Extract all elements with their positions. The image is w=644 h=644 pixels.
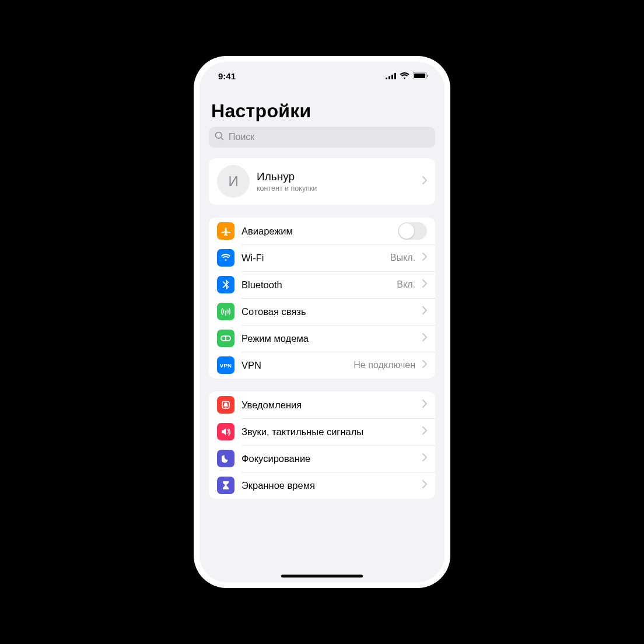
chevron-right-icon bbox=[422, 480, 427, 491]
chevron-right-icon bbox=[422, 279, 427, 290]
cellular-row[interactable]: Сотовая связь bbox=[209, 298, 435, 325]
focus-label: Фокусирование bbox=[242, 453, 415, 464]
wifi-label: Wi-Fi bbox=[242, 253, 383, 264]
moon-icon bbox=[217, 450, 235, 467]
vpn-label: VPN bbox=[242, 360, 346, 371]
chevron-right-icon bbox=[422, 400, 427, 410]
wifi-value: Выкл. bbox=[390, 253, 415, 263]
sounds-label: Звуки, тактильные сигналы bbox=[242, 426, 415, 438]
profile-text: Ильнур контент и покупки bbox=[257, 170, 415, 192]
bell-icon bbox=[217, 396, 235, 414]
speaker-icon bbox=[217, 423, 235, 440]
focus-row[interactable]: Фокусирование bbox=[209, 445, 435, 472]
cellular-icon bbox=[217, 303, 235, 320]
svg-rect-6 bbox=[427, 75, 428, 77]
page-title: Настройки bbox=[211, 100, 433, 122]
vpn-icon: VPN bbox=[217, 356, 235, 374]
status-icons bbox=[386, 71, 428, 81]
bluetooth-row[interactable]: Bluetooth Вкл. bbox=[209, 271, 435, 298]
svg-line-8 bbox=[221, 138, 223, 140]
vpn-row[interactable]: VPN VPN Не подключен bbox=[209, 352, 435, 379]
hourglass-icon bbox=[217, 477, 235, 494]
airplane-toggle[interactable] bbox=[398, 222, 427, 240]
wifi-icon bbox=[217, 249, 235, 267]
notifications-row[interactable]: Уведомления bbox=[209, 391, 435, 418]
screentime-row[interactable]: Экранное время bbox=[209, 472, 435, 499]
cellular-signal-icon bbox=[386, 71, 396, 81]
airplane-icon bbox=[217, 222, 235, 240]
notifications-group: Уведомления Звуки, тактильные сигналы Фо… bbox=[209, 391, 435, 499]
wifi-status-icon bbox=[400, 71, 410, 81]
airplane-mode-row[interactable]: Авиарежим bbox=[209, 218, 435, 244]
profile-group: И Ильнур контент и покупки bbox=[209, 158, 435, 205]
hotspot-icon bbox=[217, 330, 235, 347]
cellular-label: Сотовая связь bbox=[242, 306, 415, 317]
chevron-right-icon bbox=[422, 453, 427, 464]
notifications-label: Уведомления bbox=[242, 400, 415, 411]
svg-rect-1 bbox=[388, 76, 390, 79]
search-placeholder: Поиск bbox=[229, 132, 254, 142]
profile-subtitle: контент и покупки bbox=[257, 184, 415, 192]
phone-frame: 9:41 Настройки Поиск bbox=[194, 56, 450, 588]
bluetooth-label: Bluetooth bbox=[242, 279, 390, 290]
hotspot-label: Режим модема bbox=[242, 333, 415, 344]
connectivity-group: Авиарежим Wi-Fi Выкл. Bluetooth bbox=[209, 218, 435, 379]
svg-rect-0 bbox=[386, 78, 387, 79]
chevron-right-icon bbox=[422, 176, 427, 187]
bluetooth-value: Вкл. bbox=[397, 279, 415, 290]
wifi-row[interactable]: Wi-Fi Выкл. bbox=[209, 244, 435, 271]
airplane-label: Авиарежим bbox=[242, 226, 391, 237]
vpn-value: Не подключен bbox=[354, 360, 415, 370]
svg-rect-2 bbox=[391, 75, 393, 79]
chevron-right-icon bbox=[422, 306, 427, 317]
profile-row[interactable]: И Ильнур контент и покупки bbox=[209, 158, 435, 205]
chevron-right-icon bbox=[422, 333, 427, 344]
bluetooth-icon bbox=[217, 276, 235, 293]
content: Настройки Поиск И Ильнур контент и покуп… bbox=[200, 90, 444, 582]
battery-icon bbox=[413, 71, 428, 81]
screen: 9:41 Настройки Поиск bbox=[200, 62, 444, 582]
status-time: 9:41 bbox=[218, 71, 236, 81]
search-input[interactable]: Поиск bbox=[209, 127, 435, 148]
svg-rect-3 bbox=[394, 73, 396, 79]
chevron-right-icon bbox=[422, 426, 427, 437]
hotspot-row[interactable]: Режим модема bbox=[209, 325, 435, 352]
home-indicator[interactable] bbox=[281, 575, 363, 578]
avatar: И bbox=[217, 165, 250, 198]
sounds-row[interactable]: Звуки, тактильные сигналы bbox=[209, 418, 435, 445]
screentime-label: Экранное время bbox=[242, 480, 415, 491]
svg-rect-5 bbox=[414, 74, 425, 78]
chevron-right-icon bbox=[422, 253, 427, 263]
profile-name: Ильнур bbox=[257, 170, 415, 183]
chevron-right-icon bbox=[422, 360, 427, 370]
status-bar: 9:41 bbox=[200, 62, 444, 90]
search-icon bbox=[215, 131, 224, 143]
